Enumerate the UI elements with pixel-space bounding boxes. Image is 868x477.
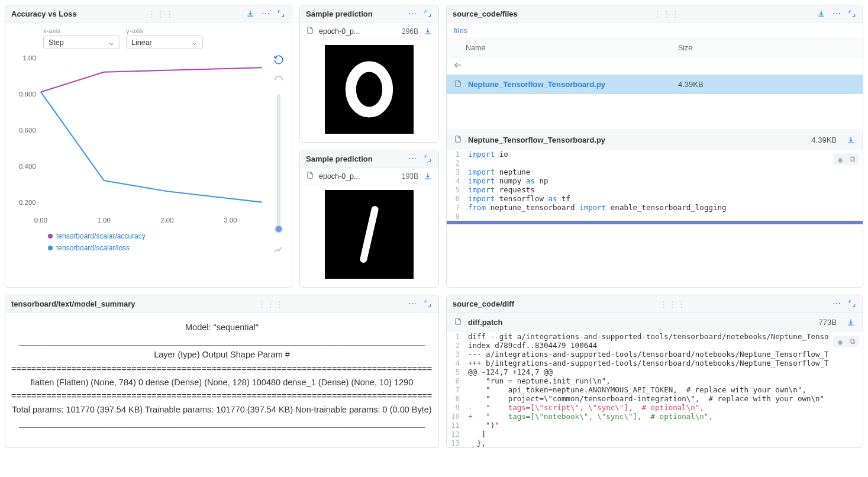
code-line: 8 " project=\"common/tensorboard-integra… <box>447 394 863 403</box>
summary-model-line: Model: "sequential" <box>11 321 433 334</box>
more-icon[interactable]: ⋯ <box>261 9 270 18</box>
chart-area[interactable]: 0.2000.4000.6000.8001.000.001.002.003.00… <box>10 51 268 256</box>
chevron-down-icon: ⌄ <box>108 38 115 47</box>
code-line: 5@@ -124,7 +124,7 @@ <box>447 368 863 376</box>
code-line: 7 " api_token=neptune.ANONYMOUS_API_TOKE… <box>447 385 863 394</box>
file-size: 4.39KB <box>678 80 856 89</box>
file-name: epoch-0_p... <box>319 27 397 36</box>
legend-label: tensorboard/scalar/loss <box>56 244 130 252</box>
download-icon[interactable] <box>846 136 856 145</box>
expand-icon[interactable] <box>423 9 433 18</box>
expand-icon[interactable] <box>847 299 857 308</box>
diff-file-name: diff.patch <box>468 318 813 327</box>
code-line: 4import numpy as np <box>447 176 863 185</box>
panel-title: source_code/files <box>453 9 518 18</box>
x-axis-value: Step <box>49 38 64 47</box>
file-icon <box>306 26 314 36</box>
svg-text:0.200: 0.200 <box>19 199 36 206</box>
more-icon[interactable]: ⋯ <box>832 299 841 308</box>
source-diff-panel: source_code/diff ⋮⋮⋮ ⋯ diff.patch 773B ◉… <box>446 295 863 448</box>
accuracy-loss-panel: Accuracy vs Loss ⋮⋮⋮ ⋯ x-axis Step ⌄ <box>5 5 292 288</box>
x-axis-label: x-axis <box>43 27 120 34</box>
more-icon[interactable]: ⋯ <box>408 9 417 18</box>
code-line: 6 "run = neptune.init_run(\n", <box>447 376 863 385</box>
y-axis-dropdown[interactable]: Linear ⌄ <box>126 36 203 49</box>
reset-zoom-icon[interactable] <box>273 54 285 66</box>
file-size: 193B <box>402 172 418 181</box>
smoothing-icon[interactable] <box>273 72 285 83</box>
diff-preview[interactable]: ◉ ⧉ 1diff --git a/integrations-and-suppo… <box>447 332 863 447</box>
diff-file-size: 773B <box>819 318 840 327</box>
expand-icon[interactable] <box>423 154 433 163</box>
source-files-panel: source_code/files ⋮⋮⋮ ⋯ files Name Size <box>446 5 863 288</box>
line-chart: 0.2000.4000.6000.8001.000.001.002.003.00 <box>10 51 268 230</box>
axis-controls: x-axis Step ⌄ y-axis Linear ⌄ <box>5 22 292 49</box>
legend-item-accuracy[interactable]: tensorboard/scalar/accuracy <box>48 232 268 240</box>
eye-icon[interactable]: ◉ <box>835 337 845 346</box>
expand-icon[interactable] <box>847 9 857 18</box>
y-axis-label: y-axis <box>126 27 203 34</box>
download-icon[interactable] <box>246 9 255 18</box>
files-breadcrumb[interactable]: files <box>447 22 863 38</box>
download-icon[interactable] <box>423 27 433 36</box>
model-summary-text: Model: "sequential" ____________________… <box>5 312 438 440</box>
col-name: Name <box>454 44 678 52</box>
legend-dot-icon <box>48 234 53 238</box>
file-size: 296B <box>402 27 418 36</box>
drag-handle-icon[interactable]: ⋮⋮⋮ <box>148 9 175 18</box>
panel-title: Accuracy vs Loss <box>11 9 77 18</box>
legend-item-loss[interactable]: tensorboard/scalar/loss <box>48 244 268 252</box>
code-line: 1diff --git a/integrations-and-supported… <box>447 332 863 341</box>
more-icon[interactable]: ⋯ <box>832 9 841 18</box>
eye-icon[interactable]: ◉ <box>835 154 845 164</box>
files-up-row[interactable] <box>447 57 863 75</box>
sample-image <box>325 45 414 134</box>
y-axis-value: Linear <box>131 38 152 47</box>
download-icon[interactable] <box>817 9 826 18</box>
download-icon[interactable] <box>846 318 856 327</box>
code-preview-header: Neptune_Tensorflow_Tensorboard.py 4.39KB <box>447 130 863 150</box>
chart-type-icon[interactable] <box>273 244 285 256</box>
code-line: 13 }, <box>447 439 863 447</box>
sample-image <box>325 190 414 279</box>
svg-text:0.600: 0.600 <box>19 127 36 134</box>
code-overlay-toolbar: ◉ ⧉ <box>833 336 859 347</box>
more-icon[interactable]: ⋯ <box>408 299 417 308</box>
model-summary-panel: tensorboard/text/model_summary ⋮⋮⋮ ⋯ Mod… <box>5 295 439 448</box>
file-name: epoch-0_p... <box>319 172 397 181</box>
svg-text:0.400: 0.400 <box>19 163 36 170</box>
svg-text:3.00: 3.00 <box>224 217 237 224</box>
code-line: 11 ")" <box>447 421 863 430</box>
expand-icon[interactable] <box>276 9 286 18</box>
drag-handle-icon[interactable]: ⋮⋮⋮ <box>654 9 680 18</box>
download-icon[interactable] <box>423 172 433 181</box>
copy-icon[interactable]: ⧉ <box>847 154 857 164</box>
preview-file-size: 4.39KB <box>811 136 840 144</box>
file-row[interactable]: Neptune_Tensorflow_Tensorboard.py 4.39KB <box>447 75 863 94</box>
code-line: 2 <box>447 159 863 167</box>
expand-icon[interactable] <box>423 299 433 308</box>
file-name: Neptune_Tensorflow_Tensorboard.py <box>468 80 672 89</box>
code-line: 4+++ b/integrations-and-supported-tools/… <box>447 359 863 368</box>
panel-title: source_code/diff <box>453 299 514 308</box>
copy-icon[interactable]: ⧉ <box>847 337 857 346</box>
panel-title: tensorboard/text/model_summary <box>11 299 135 308</box>
code-line: 3--- a/integrations-and-supported-tools/… <box>447 350 863 359</box>
code-line: 2index d789cdf..8304479 100644 <box>447 341 863 350</box>
smoothing-slider[interactable] <box>277 94 280 233</box>
code-preview[interactable]: ◉ ⧉ 1import io23import neptune4import nu… <box>447 150 863 221</box>
sample-file-row: epoch-0_p... 296B <box>300 22 438 40</box>
sample-prediction-panel-b: Sample prediction ⋯ epoch-0_p... 193B <box>299 150 439 288</box>
drag-handle-icon[interactable]: ⋮⋮⋮ <box>258 299 285 308</box>
breadcrumb-text: files <box>454 26 467 35</box>
panel-title: Sample prediction <box>306 154 373 163</box>
code-line: 10+ " tags=[\"notebook\", \"sync\"], # o… <box>447 412 863 421</box>
files-table-header: Name Size <box>447 38 863 57</box>
more-icon[interactable]: ⋯ <box>408 154 417 163</box>
svg-point-9 <box>351 67 388 112</box>
slider-thumb[interactable] <box>275 225 283 233</box>
x-axis-dropdown[interactable]: Step ⌄ <box>43 36 120 49</box>
svg-text:2.00: 2.00 <box>160 217 173 224</box>
sample-prediction-panel-a: Sample prediction ⋯ epoch-0_p... 296B <box>299 5 439 143</box>
drag-handle-icon[interactable]: ⋮⋮⋮ <box>660 299 686 308</box>
